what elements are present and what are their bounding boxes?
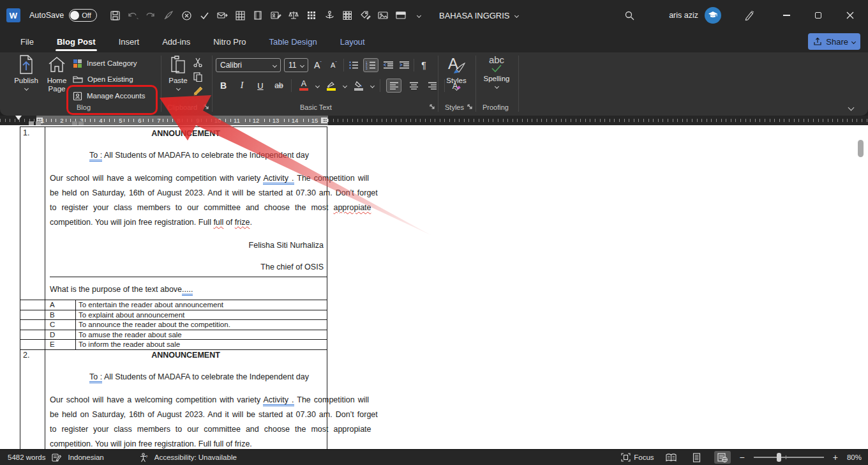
tab-layout[interactable]: Layout xyxy=(329,31,377,52)
undo-icon[interactable] xyxy=(124,6,142,24)
bullet-list-button[interactable] xyxy=(347,58,360,72)
align-left-button[interactable] xyxy=(386,79,401,93)
grid-icon[interactable] xyxy=(338,6,356,24)
tab-insert[interactable]: Insert xyxy=(107,31,151,52)
q2-para-line1[interactable]: Our school will have a welcoming competi… xyxy=(50,395,369,404)
insert-category-button[interactable]: Insert Category xyxy=(73,56,137,70)
publish-button[interactable]: Publish xyxy=(11,55,41,90)
highlight-chevron-icon[interactable] xyxy=(343,83,347,88)
grow-font-button[interactable]: Aˆ xyxy=(311,58,324,72)
spelling-button[interactable]: abc Spelling xyxy=(480,55,513,88)
q1-para-line1[interactable]: Our school will have a welcoming competi… xyxy=(50,174,369,183)
check-icon[interactable] xyxy=(195,6,213,24)
send-mail-icon[interactable] xyxy=(213,6,231,24)
basic-text-dialog-launcher[interactable] xyxy=(429,103,435,110)
q1-para-line4[interactable]: competition. You will join free registra… xyxy=(50,218,252,227)
styles-button[interactable]: A Styles xyxy=(442,55,471,90)
option-e-text[interactable]: To inform the reader about sale xyxy=(79,340,180,348)
underline-button[interactable]: U xyxy=(254,79,267,93)
copy-button[interactable] xyxy=(191,70,204,84)
shrink-font-button[interactable]: Aˇ xyxy=(327,58,340,72)
tab-nitro-pro[interactable]: Nitro Pro xyxy=(202,31,257,52)
image-icon[interactable] xyxy=(374,6,392,24)
document-title-area[interactable]: BAHASA INGGRIS xyxy=(439,0,518,31)
format-painter-button[interactable] xyxy=(191,84,204,98)
clipboard-dialog-launcher[interactable] xyxy=(203,103,209,110)
q1-para-line3[interactable]: to register your class members to our co… xyxy=(50,203,371,212)
decrease-indent-button[interactable] xyxy=(382,58,394,72)
align-center-button[interactable] xyxy=(407,79,420,93)
word-count[interactable]: 5482 words xyxy=(8,454,45,461)
q1-para-line2[interactable]: be held on Saturday, 16th of August 2023… xyxy=(50,188,378,197)
option-c-text[interactable]: To announce the reader about the competi… xyxy=(79,321,230,328)
close-button[interactable] xyxy=(836,0,864,31)
search-icon[interactable] xyxy=(620,6,638,24)
user-avatar[interactable] xyxy=(705,7,721,24)
proofing-status-icon[interactable] xyxy=(52,453,61,462)
language-status[interactable]: Indonesian xyxy=(68,454,103,461)
font-name-combo[interactable]: Calibri xyxy=(216,58,281,72)
text-box-icon[interactable] xyxy=(249,6,267,24)
scales-icon[interactable] xyxy=(285,6,303,24)
tab-blog-post[interactable]: Blog Post xyxy=(45,31,107,52)
option-a-text[interactable]: To entertain the reader about announceme… xyxy=(79,301,223,309)
quill-icon[interactable] xyxy=(160,6,177,24)
zoom-in-button[interactable]: + xyxy=(833,452,838,462)
cut-button[interactable] xyxy=(191,56,204,70)
q2-para-line3[interactable]: to register your class members to our co… xyxy=(50,425,371,434)
qat-overflow-chevron-icon[interactable] xyxy=(410,6,428,24)
q2-to-line[interactable]: To : All Students of MADAFA to celebrate… xyxy=(89,372,309,381)
web-layout-button[interactable] xyxy=(714,451,731,464)
paragraph-marks-button[interactable]: ¶ xyxy=(417,58,430,72)
id-card-edit-icon[interactable] xyxy=(267,6,285,24)
tab-table-design[interactable]: Table Design xyxy=(258,31,329,52)
option-b-text[interactable]: To explaint about announcement xyxy=(79,311,184,319)
font-color-chevron-icon[interactable] xyxy=(315,83,320,88)
strikethrough-button[interactable]: ab xyxy=(273,79,285,93)
editor-pen-icon[interactable] xyxy=(740,6,758,24)
align-right-button[interactable] xyxy=(426,79,438,93)
focus-button[interactable]: Focus xyxy=(621,453,654,462)
redo-icon[interactable] xyxy=(142,6,160,24)
bold-button[interactable]: B xyxy=(217,79,230,93)
tab-add-ins[interactable]: Add-ins xyxy=(151,31,202,52)
user-name[interactable]: aris aziz xyxy=(669,11,698,20)
anchor-icon[interactable] xyxy=(320,6,338,24)
italic-button[interactable]: I xyxy=(236,79,248,93)
table-column-marker[interactable] xyxy=(321,118,327,123)
horizontal-ruler[interactable]: 1 2 3 4 5 6 7 8 9 10 11 12 13 14 15 xyxy=(0,116,868,125)
save-icon[interactable] xyxy=(106,6,124,24)
zoom-slider[interactable] xyxy=(754,457,824,458)
styles-dialog-launcher[interactable] xyxy=(467,103,473,110)
paste-button[interactable]: Paste xyxy=(163,55,193,90)
zoom-slider-thumb[interactable] xyxy=(777,453,781,462)
vertical-scrollbar-thumb[interactable] xyxy=(858,140,864,157)
maximize-button[interactable] xyxy=(804,0,832,31)
option-d-text[interactable]: To amuse the reader about sale xyxy=(79,331,182,339)
insert-table-icon[interactable] xyxy=(231,6,249,24)
header-icon[interactable] xyxy=(392,6,410,24)
q2-para-line4[interactable]: competition. You will join free registra… xyxy=(50,439,252,448)
home-page-button[interactable]: HomePage xyxy=(42,55,71,93)
collapse-ribbon-chevron[interactable] xyxy=(849,101,853,112)
manage-accounts-button[interactable]: Manage Accounts xyxy=(73,89,145,103)
print-layout-button[interactable] xyxy=(689,451,705,464)
q2-para-line2[interactable]: be held on Saturday, 16th of August 2023… xyxy=(50,410,378,419)
shading-button[interactable] xyxy=(352,79,365,93)
zoom-out-button[interactable]: − xyxy=(740,452,745,462)
tag-edit-icon[interactable] xyxy=(356,6,374,24)
numbered-list-button[interactable]: 123 xyxy=(363,58,378,72)
highlight-button[interactable] xyxy=(325,79,338,93)
accessibility-status[interactable]: Accessibility: Unavailable xyxy=(154,454,237,461)
shading-chevron-icon[interactable] xyxy=(370,83,375,88)
read-mode-button[interactable] xyxy=(663,451,680,464)
autosave-toggle[interactable]: Off xyxy=(69,9,97,22)
q1-question-line[interactable]: What is the purpose of the text above...… xyxy=(50,285,193,294)
font-size-combo[interactable]: 11 xyxy=(284,58,308,72)
tab-file[interactable]: File xyxy=(9,31,45,52)
cancel-icon[interactable] xyxy=(177,6,195,24)
share-button[interactable]: Share xyxy=(808,33,860,50)
q1-to-line[interactable]: To : All Students of MADAFA to celebrate… xyxy=(89,151,309,160)
first-line-indent-marker[interactable] xyxy=(15,116,22,120)
zoom-level[interactable]: 80% xyxy=(847,454,862,461)
